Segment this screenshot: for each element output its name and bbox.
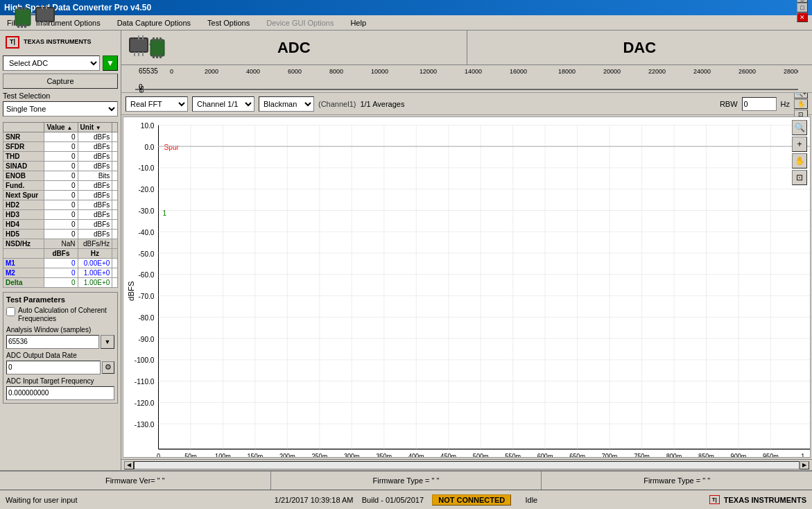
- ti-logo: T|: [6, 36, 19, 49]
- metrics-row-15: Delta01.00E+0: [3, 277, 118, 287]
- svg-rect-2: [142, 35, 144, 40]
- menu-data-capture[interactable]: Data Capture Options: [113, 17, 195, 28]
- bottom-status-right: T| TEXAS INSTRUMENTS: [606, 495, 806, 504]
- svg-rect-17: [24, 7, 26, 10]
- svg-text:18000: 18000: [558, 68, 576, 75]
- menu-help[interactable]: Help: [346, 17, 370, 28]
- menu-test-options[interactable]: Test Options: [203, 17, 254, 28]
- logo-area: T| TEXAS INSTRUMENTS: [3, 33, 118, 51]
- svg-text:200m: 200m: [279, 453, 295, 457]
- svg-text:-20.0: -20.0: [138, 185, 154, 194]
- bottom-status-center: 1/21/2017 10:39:18 AM Build - 01/05/2017…: [206, 494, 607, 506]
- gear-icon[interactable]: ⚙: [102, 361, 114, 374]
- metrics-row-13: M100.00E+0: [3, 258, 118, 268]
- select-adc-dropdown[interactable]: Select ADC: [3, 55, 100, 71]
- left-panel: T| TEXAS INSTRUMENTS Select ADC ▼ Captur…: [0, 31, 121, 470]
- metrics-row-9: HD40dBFs: [3, 219, 118, 229]
- metrics-row-0: SNR0dBFs: [3, 132, 118, 141]
- svg-text:8000: 8000: [329, 68, 343, 75]
- rbw-label: RBW: [720, 100, 738, 108]
- not-connected-button[interactable]: NOT CONNECTED: [432, 494, 511, 506]
- svg-rect-24: [46, 5, 47, 9]
- build-text: Build - 01/05/2017: [362, 496, 424, 504]
- svg-rect-3: [134, 52, 135, 56]
- test-selection-dropdown[interactable]: Single Tone: [3, 101, 118, 117]
- chart-zoom-in-button[interactable]: 🔍: [792, 120, 807, 135]
- svg-text:2000: 2000: [205, 68, 218, 75]
- svg-text:1: 1: [163, 209, 167, 218]
- adc-input-freq-input[interactable]: [6, 386, 114, 400]
- metrics-row-3: SINAD0dBFs: [3, 161, 118, 171]
- channel-dropdown[interactable]: Channel 1/1: [192, 96, 254, 112]
- svg-text:-100.0: -100.0: [135, 356, 155, 365]
- svg-text:750m: 750m: [634, 453, 650, 457]
- svg-text:500m: 500m: [473, 453, 489, 457]
- auto-coherent-checkbox[interactable]: [6, 307, 15, 316]
- bottom-status-left: Waiting for user input: [6, 496, 206, 504]
- adc-output-rate-label: ADC Output Data Rate: [6, 352, 114, 359]
- adc-output-rate-input[interactable]: [6, 361, 101, 374]
- svg-text:0: 0: [157, 453, 161, 457]
- analysis-window-row: ▼: [6, 335, 114, 349]
- window-dropdown[interactable]: Blackman: [259, 96, 314, 112]
- svg-rect-23: [42, 5, 43, 9]
- scrollbar-area: ◀ ▶: [121, 459, 812, 470]
- svg-text:22000: 22000: [648, 68, 666, 75]
- metrics-row-12: dBFsHz: [3, 248, 118, 258]
- svg-rect-0: [130, 38, 148, 52]
- svg-rect-25: [39, 21, 40, 26]
- capture-button[interactable]: Capture: [3, 74, 118, 89]
- analysis-window-input[interactable]: [6, 335, 99, 349]
- menu-bar: File Instrument Options Data Capture Opt…: [0, 15, 812, 31]
- metrics-row-10: HD50dBFs: [3, 229, 118, 239]
- svg-text:-90.0: -90.0: [138, 334, 154, 343]
- metrics-col-value[interactable]: Value ▲: [44, 122, 78, 132]
- svg-text:-70.0: -70.0: [138, 292, 154, 301]
- auto-coherent-row: Auto Calculation of Coherent Frequencies: [6, 307, 114, 323]
- svg-text:0.0: 0.0: [144, 142, 154, 151]
- scroll-track[interactable]: [134, 461, 800, 469]
- svg-rect-1: [138, 35, 139, 40]
- svg-rect-27: [47, 21, 49, 26]
- maximize-button[interactable]: □: [797, 3, 808, 12]
- ti-logo-bottom: T|: [709, 495, 720, 504]
- svg-text:-30.0: -30.0: [138, 206, 154, 215]
- scroll-right-button[interactable]: ▶: [800, 461, 809, 469]
- metrics-col-unit[interactable]: Unit ▼: [78, 122, 112, 132]
- svg-text:0: 0: [170, 68, 173, 75]
- chart-pan-button[interactable]: ✋: [792, 153, 807, 169]
- chart-reset-button[interactable]: ⊡: [792, 170, 807, 185]
- svg-rect-15: [17, 7, 19, 10]
- metrics-row-7: HD20dBFs: [3, 200, 118, 209]
- test-selection-label: Test Selection: [3, 92, 118, 100]
- chart-svg: 10.0 0.0 -10.0 -20.0 -30.0 -40.0 -50.0 -…: [123, 117, 810, 457]
- fft-type-dropdown[interactable]: Real FFT: [126, 96, 188, 112]
- analysis-window-dropdown[interactable]: ▼: [101, 335, 114, 349]
- svg-text:450m: 450m: [440, 453, 456, 457]
- zoom-reset-button[interactable]: ✋: [794, 99, 808, 109]
- svg-text:20000: 20000: [603, 68, 621, 75]
- firmware-type2-section: Firmware Type = " ": [542, 472, 812, 490]
- svg-rect-22: [36, 8, 54, 21]
- hz-label: Hz: [781, 100, 790, 108]
- svg-rect-20: [24, 24, 26, 28]
- svg-text:300m: 300m: [344, 453, 360, 457]
- controls-row: Real FFT Channel 1/1 Blackman (Channel1)…: [121, 93, 812, 115]
- scroll-left-button[interactable]: ◀: [124, 461, 134, 469]
- adc-input-freq-label: ADC Input Target Frequency: [6, 377, 114, 385]
- right-panel: ADC: [121, 31, 812, 470]
- metrics-row-4: ENOB0Bits: [3, 171, 118, 180]
- title-bar: High Speed Data Converter Pro v4.50 _ □ …: [0, 0, 812, 15]
- svg-rect-19: [21, 24, 23, 28]
- adc-select-confirm-button[interactable]: ▼: [103, 55, 118, 71]
- svg-rect-10: [159, 37, 162, 41]
- svg-rect-9: [156, 37, 158, 41]
- chart-zoom-button[interactable]: +: [792, 137, 807, 152]
- datetime-text: 1/21/2017 10:39:18 AM: [275, 496, 354, 504]
- select-adc-row: Select ADC ▼: [3, 55, 118, 71]
- svg-rect-13: [159, 55, 162, 58]
- rbw-input[interactable]: [742, 97, 777, 111]
- auto-coherent-label: Auto Calculation of Coherent Frequencies: [18, 307, 114, 323]
- close-button[interactable]: ✕: [797, 12, 808, 22]
- adc-title: ADC: [277, 39, 311, 57]
